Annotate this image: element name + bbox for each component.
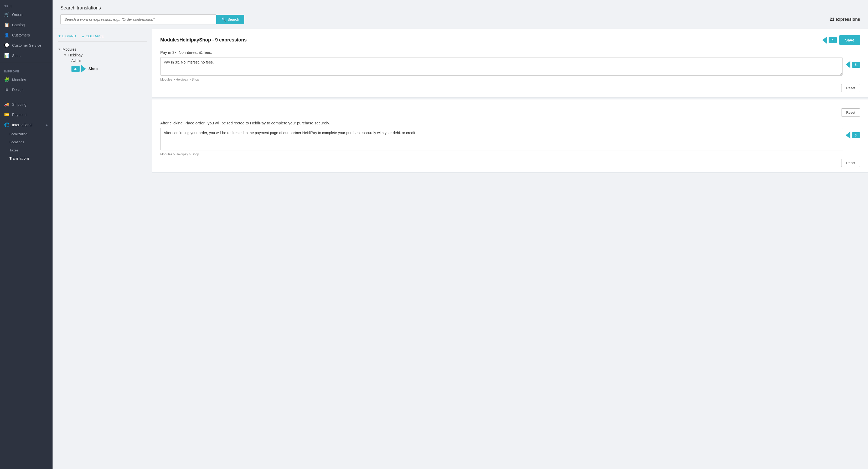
search-button[interactable]: 🔍 Search <box>216 15 244 24</box>
payment-icon: 💳 <box>4 112 9 117</box>
chevron-up-icon: ▲ <box>45 123 48 127</box>
sidebar-item-stats[interactable]: 📊 Stats <box>0 51 53 61</box>
main-content: Search translations 🔍 Search 21 expressi… <box>53 0 868 469</box>
expression2-annotation: 6. <box>846 132 860 139</box>
expand-label: EXPAND <box>62 34 76 38</box>
tree-heidipay-label: ▼ Heidipay <box>64 53 147 57</box>
tree-actions: ▼ EXPAND ▲ COLLAPSE <box>58 34 147 41</box>
tree-shop-leaf[interactable]: 4. Shop <box>69 64 147 74</box>
chevron-up-icon: ▲ <box>81 34 85 38</box>
expression2-original: After clicking 'Place order', you will b… <box>160 121 860 125</box>
tree-modules-item[interactable]: ▼ Modules ▼ Heidipay Admin <box>58 46 147 77</box>
sidebar-item-label: Orders <box>12 12 23 17</box>
reset-button-top[interactable]: Reset <box>841 108 860 116</box>
sidebar-subitem-taxes[interactable]: Taxes <box>0 146 53 154</box>
expressions-count: 21 expressions <box>830 17 860 22</box>
reset-area-2: Reset <box>160 159 860 167</box>
expression2-breadcrumb: Modules > Heidipay > Shop <box>160 153 860 156</box>
tree-admin-leaf[interactable]: Admin <box>69 57 147 64</box>
expression1-original: Pay in 3x. No interest \& fees. <box>160 50 860 55</box>
sidebar-item-payment[interactable]: 💳 Payment <box>0 109 53 120</box>
heidipay-tree-label: Heidipay <box>68 53 83 57</box>
sidebar-item-modules[interactable]: 🧩 Modules <box>0 74 53 85</box>
sidebar-item-design[interactable]: 🖥 Design <box>0 85 53 95</box>
tree-heidipay-item[interactable]: ▼ Heidipay Admin 4. <box>64 52 147 75</box>
search-icon: 🔍 <box>221 17 226 22</box>
heidipay-chevron-icon: ▼ <box>64 53 67 57</box>
sidebar-divider <box>0 63 53 63</box>
customer-service-icon: 💬 <box>4 43 9 48</box>
expression1-annotation: 5. <box>846 61 860 68</box>
sidebar-item-catalog[interactable]: 📋 Catalog <box>0 20 53 30</box>
reset-area-1: Reset <box>160 84 860 92</box>
sidebar-subitem-locations[interactable]: Locations <box>0 138 53 146</box>
expression1-textarea[interactable] <box>160 57 842 76</box>
expression1-row: 5. <box>160 57 860 76</box>
international-icon: 🌐 <box>4 122 9 127</box>
shop-annotation: 4. <box>71 65 86 72</box>
expand-button[interactable]: ▼ EXPAND <box>58 34 76 38</box>
sidebar-item-customer-service[interactable]: 💬 Customer Service <box>0 40 53 51</box>
translation-block-1: ModulesHeidipayShop - 9 expressions 7. S… <box>152 29 868 98</box>
localization-label: Localization <box>9 132 28 136</box>
badge4: 4. <box>71 66 80 72</box>
search-input[interactable] <box>60 14 216 24</box>
sidebar-subitem-translations[interactable]: Translations <box>0 154 53 163</box>
save-button[interactable]: Save <box>839 35 860 45</box>
tree-modules-label: ▼ Modules <box>58 47 147 52</box>
sidebar-item-customers[interactable]: 👤 Customers <box>0 30 53 40</box>
sidebar-item-label: Design <box>12 88 24 92</box>
modules-tree-label: Modules <box>63 47 76 52</box>
stats-icon: 📊 <box>4 53 9 58</box>
content-area: ▼ EXPAND ▲ COLLAPSE ▼ Modules ▼ <box>53 29 868 469</box>
arrow-right-icon <box>81 65 86 72</box>
sidebar-subitem-localization[interactable]: Localization <box>0 130 53 138</box>
reset-button-1[interactable]: Reset <box>841 84 860 92</box>
search-title: Search translations <box>60 5 860 11</box>
arrow-left-icon <box>822 36 827 44</box>
expression1-breadcrumb: Modules > Heidipay > Shop <box>160 78 860 81</box>
arrow-left-icon-6 <box>846 132 850 139</box>
sidebar-item-label: Catalog <box>12 23 25 27</box>
customers-icon: 👤 <box>4 33 9 37</box>
search-button-label: Search <box>227 17 239 22</box>
block-header-1: ModulesHeidipayShop - 9 expressions 7. S… <box>160 35 860 45</box>
orders-icon: 🛒 <box>4 12 9 17</box>
tree-modules-children: ▼ Heidipay Admin 4. <box>58 52 147 75</box>
right-panel: ModulesHeidipayShop - 9 expressions 7. S… <box>152 29 868 469</box>
sell-section-label: SELL <box>0 0 53 9</box>
sidebar-item-label: Stats <box>12 54 21 58</box>
reset-button-2[interactable]: Reset <box>841 159 860 167</box>
sidebar-item-label: Shipping <box>12 102 27 106</box>
chevron-down-icon: ▼ <box>58 34 61 38</box>
locations-label: Locations <box>9 140 24 144</box>
collapse-label: COLLAPSE <box>86 34 104 38</box>
search-row: 🔍 Search 21 expressions <box>60 14 860 24</box>
admin-leaf-label: Admin <box>71 59 81 63</box>
search-input-wrap: 🔍 Search <box>60 14 244 24</box>
search-area: Search translations 🔍 Search 21 expressi… <box>53 0 868 29</box>
chevron-icon: ▼ <box>58 47 61 51</box>
improve-section-label: IMPROVE <box>0 65 53 74</box>
sidebar-item-orders[interactable]: 🛒 Orders <box>0 9 53 20</box>
expression2-textarea[interactable] <box>160 128 843 150</box>
arrow-left-icon-5 <box>846 61 850 68</box>
translation-block-2: Reset After clicking 'Place order', you … <box>152 99 868 173</box>
tree-panel: ▼ EXPAND ▲ COLLAPSE ▼ Modules ▼ <box>53 29 152 469</box>
block-title-1: ModulesHeidipayShop - 9 expressions <box>160 37 247 43</box>
badge5: 5. <box>852 62 860 68</box>
translations-label: Translations <box>9 157 30 160</box>
tree-heidipay-children: Admin 4. Shop <box>64 57 147 74</box>
badge6: 6. <box>852 132 860 138</box>
catalog-icon: 📋 <box>4 22 9 27</box>
sidebar-item-label: Modules <box>12 78 26 82</box>
taxes-label: Taxes <box>9 148 19 152</box>
sidebar-item-international[interactable]: 🌐 International ▲ <box>0 120 53 130</box>
expression2-row: 6. <box>160 128 860 150</box>
save-area: 7. Save <box>822 35 860 45</box>
sidebar: SELL 🛒 Orders 📋 Catalog 👤 Customers 💬 Cu… <box>0 0 53 469</box>
sidebar-item-shipping[interactable]: 🚚 Shipping <box>0 99 53 109</box>
collapse-button[interactable]: ▲ COLLAPSE <box>81 34 104 38</box>
sidebar-item-label: Customers <box>12 33 30 37</box>
sidebar-item-label: Payment <box>12 112 27 117</box>
